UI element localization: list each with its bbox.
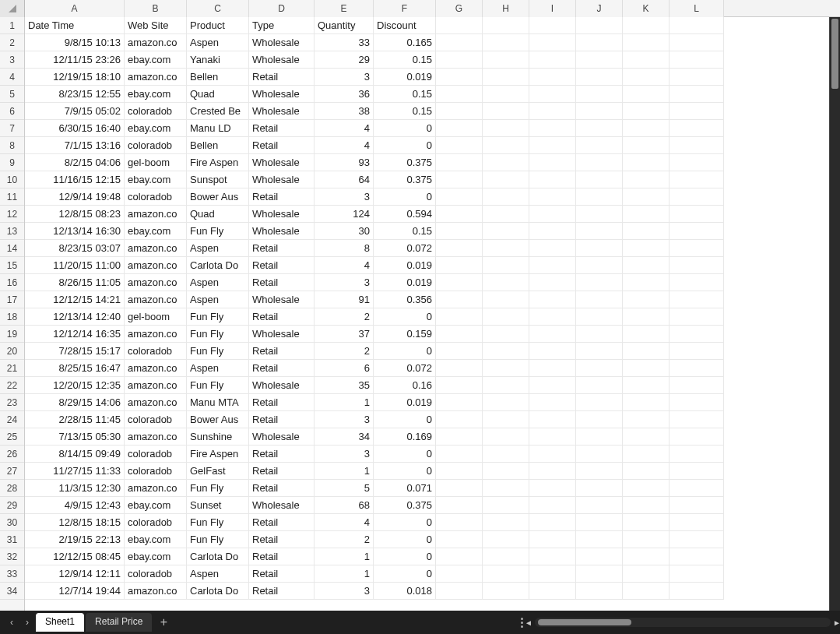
cell-E7[interactable]: 4 (315, 120, 374, 137)
cell-D5[interactable]: Wholesale (249, 86, 315, 103)
cell-C9[interactable]: Fire Aspen (187, 154, 249, 171)
cell-C11[interactable]: Bower Aus (187, 188, 249, 206)
cell-C34[interactable]: Carlota Do (187, 583, 249, 600)
cell-L1[interactable] (670, 17, 724, 34)
cell-L27[interactable] (670, 463, 724, 480)
cell-G26[interactable] (436, 446, 483, 463)
cell-H30[interactable] (483, 514, 529, 531)
cell-J5[interactable] (576, 86, 623, 103)
cell-K6[interactable] (623, 103, 670, 120)
cell-E17[interactable]: 91 (315, 291, 374, 308)
cell-I8[interactable] (529, 137, 576, 154)
row-header-30[interactable]: 30 (0, 514, 24, 531)
cell-E21[interactable]: 6 (315, 360, 374, 377)
row-header-24[interactable]: 24 (0, 411, 24, 428)
cell-L5[interactable] (670, 86, 724, 103)
cell-C15[interactable]: Carlota Do (187, 257, 249, 274)
row-header-19[interactable]: 19 (0, 326, 24, 343)
cell-I22[interactable] (529, 377, 576, 394)
cell-I27[interactable] (529, 463, 576, 480)
cell-B8[interactable]: coloradob (125, 137, 187, 154)
cell-B6[interactable]: coloradob (125, 103, 187, 120)
row-header-9[interactable]: 9 (0, 154, 24, 171)
cell-I18[interactable] (529, 308, 576, 326)
cell-K7[interactable] (623, 120, 670, 137)
column-header-D[interactable]: D (249, 0, 315, 17)
cell-F29[interactable]: 0.375 (374, 497, 436, 514)
cell-C24[interactable]: Bower Aus (187, 411, 249, 428)
cell-F1[interactable]: Discount (374, 17, 436, 34)
cell-F31[interactable]: 0 (374, 531, 436, 548)
cell-G25[interactable] (436, 428, 483, 446)
hscroll-right-arrow-icon[interactable]: ► (832, 618, 840, 627)
row-header-33[interactable]: 33 (0, 565, 24, 583)
cell-K23[interactable] (623, 394, 670, 411)
cell-J19[interactable] (576, 326, 623, 343)
cell-L11[interactable] (670, 188, 724, 206)
row-header-31[interactable]: 31 (0, 531, 24, 548)
cell-A23[interactable]: 8/29/15 14:06 (25, 394, 125, 411)
cell-F6[interactable]: 0.15 (374, 103, 436, 120)
cell-C23[interactable]: Manu MTA (187, 394, 249, 411)
cell-D10[interactable]: Wholesale (249, 171, 315, 188)
cell-G23[interactable] (436, 394, 483, 411)
horizontal-scrollbar[interactable]: ◄ ► (535, 618, 831, 627)
cell-I15[interactable] (529, 257, 576, 274)
cell-B31[interactable]: ebay.com (125, 531, 187, 548)
column-header-I[interactable]: I (529, 0, 576, 17)
cell-D32[interactable]: Retail (249, 548, 315, 565)
cell-A31[interactable]: 2/19/15 22:13 (25, 531, 125, 548)
cell-D17[interactable]: Wholesale (249, 291, 315, 308)
cell-B7[interactable]: ebay.com (125, 120, 187, 137)
cell-L6[interactable] (670, 103, 724, 120)
cell-D2[interactable]: Wholesale (249, 34, 315, 51)
cell-C2[interactable]: Aspen (187, 34, 249, 51)
cell-D27[interactable]: Retail (249, 463, 315, 480)
cell-L20[interactable] (670, 343, 724, 360)
cell-L28[interactable] (670, 480, 724, 497)
cell-A9[interactable]: 8/2/15 04:06 (25, 154, 125, 171)
cell-C32[interactable]: Carlota Do (187, 548, 249, 565)
cell-L31[interactable] (670, 531, 724, 548)
row-header-20[interactable]: 20 (0, 343, 24, 360)
cell-J12[interactable] (576, 206, 623, 223)
cell-K31[interactable] (623, 531, 670, 548)
row-header-26[interactable]: 26 (0, 446, 24, 463)
cell-H33[interactable] (483, 565, 529, 583)
cell-K20[interactable] (623, 343, 670, 360)
cell-B13[interactable]: ebay.com (125, 223, 187, 240)
sheet-tab-sheet1[interactable]: Sheet1 (36, 613, 84, 632)
cell-G11[interactable] (436, 188, 483, 206)
cell-B1[interactable]: Web Site (125, 17, 187, 34)
cell-B30[interactable]: coloradob (125, 514, 187, 531)
cell-C22[interactable]: Fun Fly (187, 377, 249, 394)
cell-C30[interactable]: Fun Fly (187, 514, 249, 531)
cell-J8[interactable] (576, 137, 623, 154)
cell-G18[interactable] (436, 308, 483, 326)
cells[interactable]: Date TimeWeb SiteProductTypeQuantityDisc… (25, 17, 829, 611)
cell-E12[interactable]: 124 (315, 206, 374, 223)
cell-B2[interactable]: amazon.co (125, 34, 187, 51)
cell-J23[interactable] (576, 394, 623, 411)
cell-I2[interactable] (529, 34, 576, 51)
cell-D31[interactable]: Retail (249, 531, 315, 548)
cell-G9[interactable] (436, 154, 483, 171)
row-header-10[interactable]: 10 (0, 171, 24, 188)
cell-B27[interactable]: coloradob (125, 463, 187, 480)
cell-D30[interactable]: Retail (249, 514, 315, 531)
row-header-32[interactable]: 32 (0, 548, 24, 565)
cell-C17[interactable]: Aspen (187, 291, 249, 308)
cell-L15[interactable] (670, 257, 724, 274)
cell-H2[interactable] (483, 34, 529, 51)
cell-H18[interactable] (483, 308, 529, 326)
cell-H15[interactable] (483, 257, 529, 274)
cell-E8[interactable]: 4 (315, 137, 374, 154)
cell-A12[interactable]: 12/8/15 08:23 (25, 206, 125, 223)
cell-J13[interactable] (576, 223, 623, 240)
cell-I9[interactable] (529, 154, 576, 171)
cell-L29[interactable] (670, 497, 724, 514)
cell-K5[interactable] (623, 86, 670, 103)
cell-D16[interactable]: Retail (249, 274, 315, 291)
cell-J18[interactable] (576, 308, 623, 326)
column-header-B[interactable]: B (125, 0, 187, 17)
